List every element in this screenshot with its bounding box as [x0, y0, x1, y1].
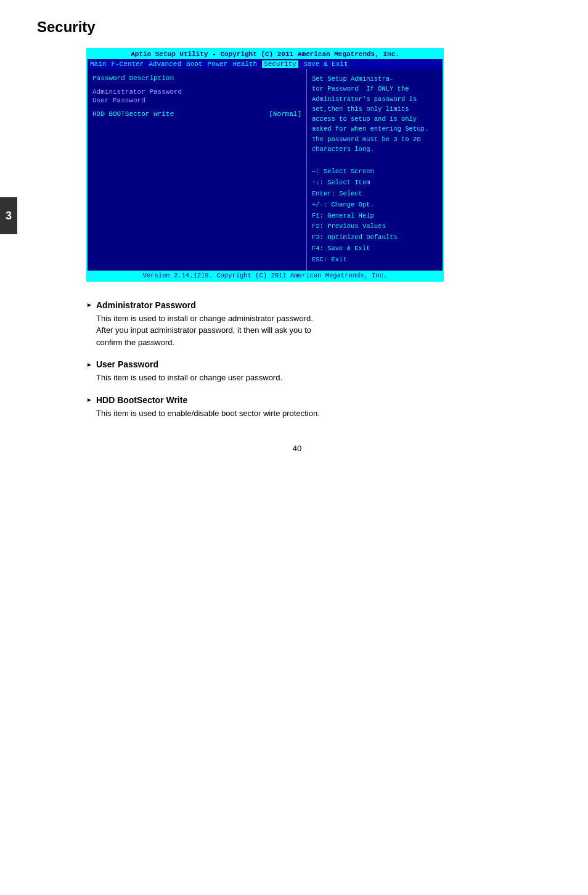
nav-boot: Boot	[186, 60, 202, 68]
hdd-bootsector-header: ► HDD BootSector Write	[86, 395, 549, 405]
bios-title: Aptio Setup Utility - Copyright (C) 2011…	[88, 49, 443, 59]
user-password-section: ► User Password This item is used to ins…	[86, 359, 549, 384]
page-number: 40	[37, 444, 557, 453]
bios-main-area: Password Description Administrator Passw…	[88, 69, 443, 271]
bios-left-panel: Password Description Administrator Passw…	[88, 69, 307, 271]
admin-password-header: ► Administrator Password	[86, 300, 549, 310]
bios-description-text: Set Setup Administra- tor Password If ON…	[312, 74, 438, 154]
nav-health: Health	[232, 60, 257, 68]
content-sections: ► Administrator Password This item is us…	[86, 300, 549, 420]
nav-security-active: Security	[262, 60, 298, 68]
page-title: Security	[37, 18, 557, 36]
hdd-bootsector-section: ► HDD BootSector Write This item is used…	[86, 395, 549, 420]
bios-nav: Main F-Center Advanced Boot Power Health…	[88, 59, 443, 69]
hdd-bootsector-body: This item is used to enable/disable boot…	[96, 407, 549, 420]
bios-password-desc-label: Password Description	[92, 74, 301, 83]
bios-hdd-boot-item: HDD BOOTSector Write [Normal]	[92, 110, 301, 118]
bios-footer: Version 2.14.1219. Copyright (C) 2011 Am…	[88, 271, 443, 280]
nav-fcenter: F-Center	[111, 60, 144, 68]
bios-admin-password-item: Administrator Password	[92, 88, 301, 96]
bios-user-password-item: User Password	[92, 96, 301, 105]
chapter-number: 3	[0, 197, 17, 234]
bios-right-panel: Set Setup Administra- tor Password If ON…	[307, 69, 443, 271]
nav-power: Power	[207, 60, 227, 68]
nav-save-exit: Save & Exit	[303, 60, 348, 68]
nav-main: Main	[90, 60, 106, 68]
bios-help-text: ↔: Select Screen ↑↓: Select Item Enter: …	[312, 166, 438, 266]
admin-arrow-icon: ►	[86, 301, 92, 308]
bios-screen: Aptio Setup Utility - Copyright (C) 2011…	[86, 48, 444, 282]
nav-advanced: Advanced	[149, 60, 181, 68]
user-arrow-icon: ►	[86, 361, 92, 368]
user-password-header: ► User Password	[86, 359, 549, 369]
user-password-body: This item is used to install or change u…	[96, 372, 549, 384]
admin-password-section: ► Administrator Password This item is us…	[86, 300, 549, 349]
admin-password-body: This item is used to install or change a…	[96, 313, 549, 349]
hdd-arrow-icon: ►	[86, 396, 92, 403]
